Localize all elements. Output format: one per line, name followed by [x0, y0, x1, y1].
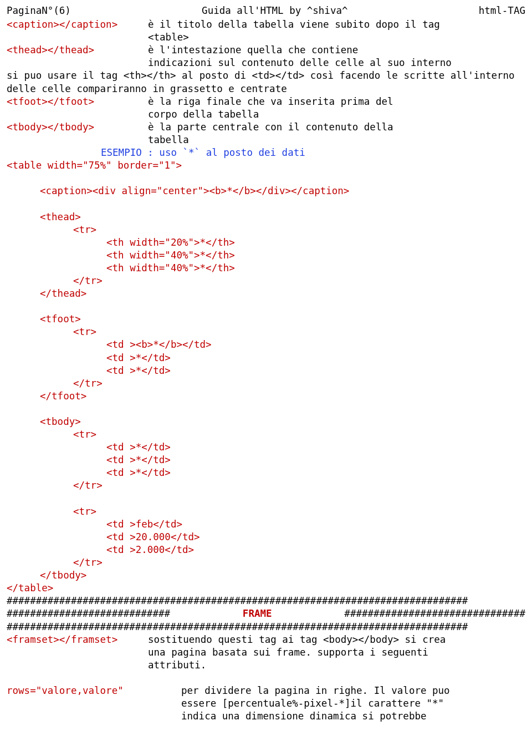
- code-tdstar-2: <td >*</td>: [7, 364, 525, 377]
- tag-caption: <caption></caption>: [7, 18, 148, 31]
- desc-frameset-3: attributi.: [7, 659, 525, 672]
- desc-thead-2: indicazioni sul contenuto delle celle al…: [7, 57, 525, 69]
- header-right: html-TAG: [479, 4, 525, 17]
- header-left: PaginaN°(6): [7, 4, 71, 17]
- desc-frameset-1: sostituendo questi tag ai tag <body></bo…: [148, 633, 525, 646]
- hash-frame-row: ############################ FRAME #####…: [7, 607, 525, 620]
- code-thead-open: <thead>: [7, 211, 525, 224]
- desc-thead-1: è l'intestazione quella che contiene: [148, 44, 525, 57]
- desc-rows-2: essere [percentuale%-pixel-*]il caratter…: [7, 697, 525, 710]
- desc-tfoot-2: corpo della tabella: [7, 108, 525, 121]
- code-tdstar-1: <td >*</td>: [7, 352, 525, 364]
- code-tdstar-5: <td >*</td>: [7, 466, 525, 479]
- code-td2k: <td >2.000</td>: [7, 544, 525, 556]
- code-tfoot-close: </tfoot>: [7, 390, 525, 403]
- code-tr-close-2: </tr>: [7, 377, 525, 390]
- desc-caption-2: <table>: [7, 31, 525, 44]
- code-tdfeb: <td >feb</td>: [7, 518, 525, 531]
- def-thead: <thead></thead> è l'intestazione quella …: [7, 44, 525, 57]
- code-th20: <th width="20%">*</th>: [7, 236, 525, 249]
- th-usage-line: si puo usare il tag <th></th> al posto d…: [7, 69, 525, 95]
- code-tr-close-4: </tr>: [7, 556, 525, 569]
- code-th40a: <th width="40%">*</th>: [7, 249, 525, 262]
- tag-thead: <thead></thead>: [7, 44, 148, 57]
- desc-frameset-2: una pagina basata sui frame. supporta i …: [7, 646, 525, 659]
- code-table-close: </table>: [7, 582, 525, 595]
- desc-tbody-1: è la parte centrale con il contenuto del…: [148, 121, 525, 134]
- desc-rows-1: per dividere la pagina in righe. Il valo…: [148, 684, 525, 697]
- code-tr-4: <tr>: [7, 505, 525, 518]
- def-caption: <caption></caption> è il titolo della ta…: [7, 18, 525, 31]
- def-rows: rows="valore,valore" per dividere la pag…: [7, 684, 525, 697]
- code-tr-1: <tr>: [7, 224, 525, 236]
- code-tfoot-open: <tfoot>: [7, 313, 525, 326]
- def-frameset: <framset></framset> sostituendo questi t…: [7, 633, 525, 646]
- code-tr-close-1: </tr>: [7, 275, 525, 287]
- hash-row-1: ########################################…: [7, 595, 525, 607]
- code-table-open: <table width="75%" border="1">: [7, 159, 525, 172]
- code-tbody-close: </tbody>: [7, 569, 525, 582]
- tag-frameset: <framset></framset>: [7, 633, 148, 646]
- code-th40b: <th width="40%">*</th>: [7, 262, 525, 275]
- hash-left: ############################: [7, 607, 170, 620]
- code-tr-2: <tr>: [7, 326, 525, 338]
- tag-rows: rows="valore,valore": [7, 684, 148, 697]
- code-tdstar-4: <td >*</td>: [7, 454, 525, 466]
- esempio-line: ESEMPIO : uso `*` al posto dei dati: [7, 146, 525, 159]
- desc-caption-1: è il titolo della tabella viene subito d…: [148, 18, 525, 31]
- def-tfoot: <tfoot></tfoot> è la riga finale che va …: [7, 95, 525, 108]
- code-thead-close: </thead>: [7, 287, 525, 300]
- code-tr-close-3: </tr>: [7, 479, 525, 492]
- code-caption: <caption><div align="center"><b>*</b></d…: [7, 185, 525, 197]
- tag-tbody: <tbody></tbody>: [7, 121, 148, 134]
- desc-tfoot-1: è la riga finale che va inserita prima d…: [148, 95, 525, 108]
- page-header: PaginaN°(6) Guida all'HTML by ^shiva^ ht…: [7, 4, 525, 17]
- code-tdstar-3: <td >*</td>: [7, 441, 525, 454]
- hash-row-2: ########################################…: [7, 621, 525, 633]
- code-td20k: <td >20.000</td>: [7, 531, 525, 544]
- tag-tfoot: <tfoot></tfoot>: [7, 95, 148, 108]
- def-tbody: <tbody></tbody> è la parte centrale con …: [7, 121, 525, 134]
- desc-rows-3: indica una dimensione dinamica si potreb…: [7, 710, 525, 723]
- code-tr-3: <tr>: [7, 428, 525, 441]
- code-tbody-open: <tbody>: [7, 415, 525, 428]
- code-tdb: <td ><b>*</b></td>: [7, 338, 525, 351]
- hash-right: ###############################: [344, 607, 525, 620]
- desc-tbody-2: tabella: [7, 134, 525, 146]
- header-center: Guida all'HTML by ^shiva^: [202, 4, 347, 17]
- frame-title: FRAME: [243, 607, 272, 620]
